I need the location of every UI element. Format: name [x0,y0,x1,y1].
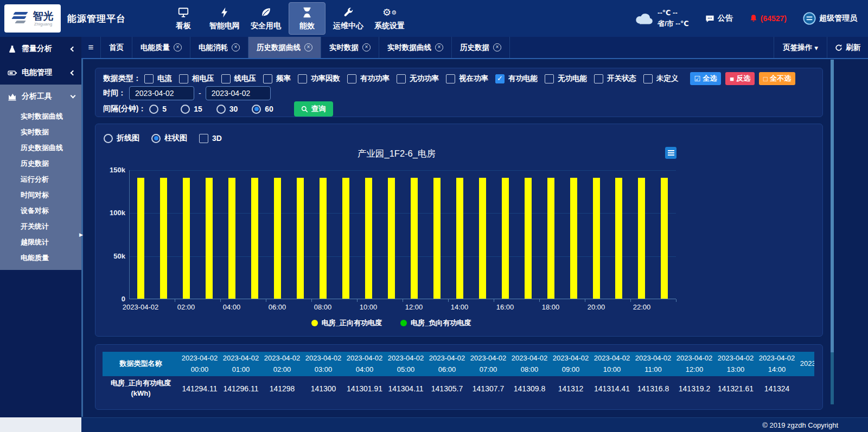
interval-radio-30[interactable]: 30 [216,105,238,114]
sidebar-item-越限统计[interactable]: 越限统计 [0,234,81,250]
bar [433,178,441,299]
checkbox-无功电能[interactable]: 无功电能 [545,74,587,83]
mode-3d-checkbox[interactable]: 3D [199,134,222,143]
chart-plot: 050k100k150k2023-04-0202:0004:0006:0008:… [104,170,679,299]
nav-item-系统设置[interactable]: ⚙⚙系统设置 [371,2,408,35]
sidebar-item-实时数据曲线[interactable]: 实时数据曲线 [0,108,81,124]
tab-首页[interactable]: 首页 [101,37,132,58]
checkbox-相电压[interactable]: 相电压 [179,74,214,83]
sidebar-item-设备对标[interactable]: 设备对标 [0,203,81,218]
select-none-button[interactable]: □ 全不选 [759,72,795,85]
legend-item-电房_正向有功电度[interactable]: 电房_正向有功电度 [311,318,382,328]
sidebar-item-实时数据[interactable]: 实时数据 [0,124,81,140]
nav-item-看板[interactable]: 看板 [165,2,202,35]
nav-item-label: 智能电网 [209,21,240,31]
nav-item-运维中心[interactable]: 运维中心 [330,2,367,35]
checkbox-label: 无功功率 [410,74,439,83]
tab-close-icon[interactable]: × [493,43,501,51]
tab-close-icon[interactable]: × [174,43,182,51]
bell-icon [749,14,758,23]
sidebar-item-历史数据曲线[interactable]: 历史数据曲线 [0,140,81,156]
checkbox-icon [221,74,231,83]
chart-toolbox-icon[interactable] [665,147,676,159]
checkbox-未定义[interactable]: 未定义 [643,74,679,83]
sidebar-item-电能质量[interactable]: 电能质量 [0,250,81,266]
tab-历史数据[interactable]: 历史数据× [452,37,510,58]
table-cell: 141319.2 [674,376,715,401]
announcement-button[interactable]: 公告 [705,14,733,23]
interval-radio-15[interactable]: 15 [181,105,202,114]
checkbox-icon [179,74,188,83]
sidebar-group-电能管理[interactable]: 电能管理 [0,61,81,85]
select-all-button[interactable]: ☑ 全选 [690,72,722,85]
bar-slot [630,170,653,299]
alarm-button[interactable]: (64527) [749,14,787,23]
tab-电能消耗[interactable]: 电能消耗× [190,37,248,58]
interval-radio-60[interactable]: 60 [252,105,273,114]
table-cell-partial: 1 [797,376,814,401]
sidebar-group-需量分析[interactable]: 需量分析 [0,37,81,61]
sidebar-group-label: 电能管理 [22,68,66,78]
tab-实时数据[interactable]: 实时数据× [321,37,379,58]
checkbox-有功电能[interactable]: 有功电能 [495,74,538,83]
bar-chart-radio[interactable]: 柱状图 [151,133,187,143]
radio-label: 60 [265,105,273,113]
sidebar-item-运行分析[interactable]: 运行分析 [0,171,81,187]
x-axis-label: 02:00 [177,303,195,311]
sidebar-item-时间对标[interactable]: 时间对标 [0,187,81,203]
interval-radio-5[interactable]: 5 [149,105,167,114]
checkbox-视在功率[interactable]: 视在功率 [446,74,488,83]
tab-实时数据曲线[interactable]: 实时数据曲线× [379,37,452,58]
checkbox-label: 视在功率 [459,74,488,83]
checkbox-开关状态[interactable]: 开关状态 [594,74,636,83]
table-col-header: 2023-04-0203:00 [303,352,344,376]
tab-close-icon[interactable]: × [362,43,371,51]
tab-历史数据曲线[interactable]: 历史数据曲线× [248,37,321,58]
sidebar-item-开关统计[interactable]: 开关统计 [0,218,81,234]
interval-radio-group: 5153060 [149,105,288,114]
query-button[interactable]: 查询 [294,101,333,117]
invert-selection-button[interactable]: ■ 反选 [725,72,755,85]
scrollbar-thumb[interactable] [831,60,834,352]
line-chart-radio[interactable]: 折线图 [104,133,139,143]
bar-slot [494,170,516,299]
table-col-header: 2023-04-0209:00 [550,352,591,376]
tab-close-icon[interactable]: × [232,43,240,51]
date-from-input[interactable] [129,86,194,100]
refresh-button[interactable]: 刷新 [827,37,868,58]
checkbox-频率[interactable]: 频率 [263,74,291,83]
sidebar-collapse-handle[interactable]: ▶ [79,232,83,237]
checkbox-icon [298,74,307,83]
checkbox-无功功率[interactable]: 无功功率 [397,74,439,83]
nav-item-能效[interactable]: 能效 [289,2,326,35]
tab-close-icon[interactable]: × [435,43,443,51]
bar-slot [175,170,198,299]
checkbox-线电压[interactable]: 线电压 [221,74,257,83]
bar [320,178,327,299]
copyright-text: © 2019 zgzdh Copyright [762,421,838,429]
checkbox-功率因数[interactable]: 功率因数 [298,74,340,83]
menu-toggle-icon[interactable]: ≡ [81,37,101,58]
footer-left-spacer [0,417,81,432]
table-cell: 141300 [303,376,344,401]
footer: © 2019 zgzdh Copyright [81,417,868,432]
nav-item-安全用电[interactable]: 安全用电 [247,2,284,35]
checkbox-电流[interactable]: 电流 [144,74,172,83]
tab-电能质量[interactable]: 电能质量× [132,37,190,58]
legend-item-电房_负向有功电度[interactable]: 电房_负向有功电度 [400,318,471,328]
cloud-icon [634,11,654,26]
checkbox-有功功率[interactable]: 有功功率 [347,74,390,83]
sidebar-item-历史数据[interactable]: 历史数据 [0,156,81,171]
nav-item-label: 运维中心 [333,21,363,31]
user-name: 超级管理员 [819,14,857,23]
tab-close-icon[interactable]: × [304,43,312,51]
sidebar-group-分析工具[interactable]: 分析工具 [0,85,81,108]
bar [479,178,486,299]
date-to-input[interactable] [206,86,271,100]
nav-item-智能电网[interactable]: 智能电网 [206,2,243,35]
vertical-scrollbar[interactable] [831,60,834,404]
table-cell: 141301.91 [344,376,385,401]
user-menu[interactable]: 超级管理员 [803,12,857,25]
tab-operations-dropdown[interactable]: 页签操作 ▾ [774,37,827,58]
data-type-checkbox-group: 电流相电压线电压频率功率因数有功功率无功功率视在功率有功电能无功电能开关状态未定… [144,74,686,83]
